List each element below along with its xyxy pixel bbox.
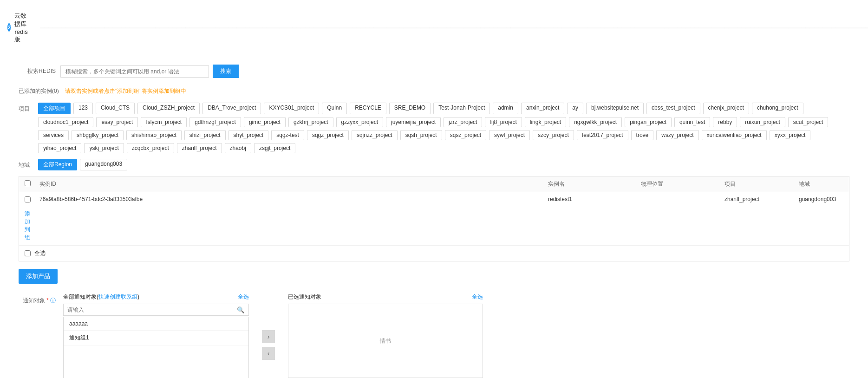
project-tag-47[interactable]: trove xyxy=(631,130,654,140)
page-title: 2 云数据库redis版 ───────────────────────────… xyxy=(7,12,868,44)
search-input[interactable] xyxy=(60,65,209,78)
region-filter-label: 地域 xyxy=(19,159,33,169)
project-tag-40[interactable]: sqgz_project xyxy=(307,130,349,140)
notify-item-0[interactable]: aaaaaa xyxy=(64,317,248,331)
search-row: 搜索REDIS 搜索 xyxy=(19,65,849,78)
project-tag-2[interactable]: Cloud_CTS xyxy=(96,103,135,114)
project-tag-22[interactable]: gzkhrj_project xyxy=(288,117,333,127)
project-tag-55[interactable]: zhaobj xyxy=(225,143,251,153)
region-tag-0[interactable]: 全部Region xyxy=(38,159,77,170)
transfer-left-button[interactable]: ‹ xyxy=(262,347,275,360)
project-tag-28[interactable]: ngxgwlkk_project xyxy=(569,117,622,127)
project-tag-41[interactable]: sqjnzz_project xyxy=(352,130,398,140)
info-icon[interactable]: ⓘ xyxy=(50,297,56,304)
add-product-button[interactable]: 添加产品 xyxy=(19,269,58,284)
row-checkbox-0[interactable] xyxy=(25,196,31,202)
project-tag-38[interactable]: shyt_project xyxy=(228,130,269,140)
project-tag-12[interactable]: ay xyxy=(567,103,583,114)
project-tag-26[interactable]: lij8_project xyxy=(485,117,522,127)
project-tag-50[interactable]: xyxx_project xyxy=(770,130,811,140)
project-tag-14[interactable]: cbss_test_project xyxy=(646,103,700,114)
project-tag-51[interactable]: yihao_project xyxy=(38,143,81,153)
project-tag-42[interactable]: sqsh_project xyxy=(400,130,442,140)
select-all-checkbox[interactable] xyxy=(25,250,31,256)
project-tag-43[interactable]: sqsz_project xyxy=(445,130,486,140)
notify-left-panel: 全部通知对象(快速创建联系组) 全选 🔍 aaaaaa通知组1 xyxy=(63,293,249,378)
region-tag-1[interactable]: guangdong003 xyxy=(80,159,127,170)
project-tag-10[interactable]: admin xyxy=(493,103,518,114)
project-tag-32[interactable]: ruixun_project xyxy=(740,117,785,127)
project-tag-5[interactable]: KXYCS01_project xyxy=(264,103,319,114)
project-tag-9[interactable]: Test-Jonah-Project xyxy=(433,103,490,114)
project-tag-1[interactable]: 123 xyxy=(73,103,93,114)
notify-select-all-left[interactable]: 全选 xyxy=(238,293,249,301)
project-tag-46[interactable]: test2017_project xyxy=(577,130,628,140)
project-tag-16[interactable]: chuhong_project xyxy=(752,103,803,114)
project-tag-35[interactable]: shbgglky_project xyxy=(72,130,124,140)
notify-search-input[interactable] xyxy=(64,304,233,315)
project-tag-7[interactable]: RECYCLE xyxy=(350,103,386,114)
notify-search-icon-btn[interactable]: 🔍 xyxy=(233,305,248,315)
project-tag-13[interactable]: bj.websitepulse.net xyxy=(586,103,644,114)
region-tags: 全部Regionguangdong003 xyxy=(38,159,849,170)
row-project-0: zhanlf_project xyxy=(719,192,793,206)
project-tag-54[interactable]: zhanlf_project xyxy=(177,143,222,153)
project-tag-6[interactable]: Quinn xyxy=(322,103,347,114)
row-name-0: redistest1 xyxy=(542,192,635,206)
project-tag-30[interactable]: quinn_test xyxy=(674,117,710,127)
project-tag-44[interactable]: sywl_project xyxy=(489,130,530,140)
project-tag-11[interactable]: anxin_project xyxy=(521,103,564,114)
project-tag-56[interactable]: zsgjt_project xyxy=(254,143,295,153)
instances-hint: 请双击实例或者点击"添加到组"将实例添加到组中 xyxy=(65,88,186,94)
header-checkbox[interactable] xyxy=(25,180,31,186)
project-tag-31[interactable]: rebby xyxy=(713,117,737,127)
project-tag-19[interactable]: fslycm_project xyxy=(141,117,187,127)
project-tag-3[interactable]: Cloud_ZSZH_project xyxy=(137,103,200,114)
project-tag-45[interactable]: szcy_project xyxy=(533,130,574,140)
table-header: 实例ID 实例名 物理位置 项目 地域 添加到实例组 xyxy=(19,176,849,192)
project-tag-27[interactable]: lingk_project xyxy=(525,117,566,127)
project-tag-36[interactable]: shishimao_project xyxy=(126,130,182,140)
transfer-right-button[interactable]: › xyxy=(262,330,275,343)
project-tag-29[interactable]: pingan_project xyxy=(625,117,672,127)
project-tag-39[interactable]: sqgz-test xyxy=(271,130,304,140)
select-all-label: 全选 xyxy=(34,249,46,257)
project-tag-49[interactable]: xuncaiwenliao_project xyxy=(702,130,767,140)
project-tag-53[interactable]: zcqcbx_project xyxy=(127,143,174,153)
add-to-group-link-0[interactable]: 添加到组 xyxy=(25,210,30,241)
notify-section: 通知对象 * ⓘ 全部通知对象(快速创建联系组) 全选 🔍 aaaaaa通知组1… xyxy=(19,293,849,378)
project-filter: 项目 全部项目123Cloud_CTSCloud_ZSZH_projectDBA… xyxy=(19,103,849,153)
notify-select-all-right[interactable]: 全选 xyxy=(472,293,483,301)
project-tag-24[interactable]: juyemeijia_project xyxy=(386,117,441,127)
quick-create-link[interactable]: 快速创建联系组 xyxy=(98,293,137,300)
table-body: 76a9fa8b-586b-4571-bdc2-3a833503afbe red… xyxy=(19,192,849,246)
page-header: 2 云数据库redis版 ───────────────────────────… xyxy=(0,0,868,55)
project-tag-17[interactable]: cloudnoc1_project xyxy=(38,117,93,127)
project-tag-25[interactable]: jzrz_project xyxy=(444,117,482,127)
project-tag-18[interactable]: esay_project xyxy=(96,117,138,127)
instances-table: 实例ID 实例名 物理位置 项目 地域 添加到实例组 76a9fa8b-586b… xyxy=(19,176,849,261)
instances-label: 已添加的实例(0) xyxy=(19,88,59,94)
project-tag-0[interactable]: 全部项目 xyxy=(38,103,71,114)
project-tag-52[interactable]: yskj_project xyxy=(84,143,124,153)
project-tag-8[interactable]: SRE_DEMO xyxy=(389,103,431,114)
project-tag-21[interactable]: gimc_project xyxy=(244,117,286,127)
notify-item-1[interactable]: 通知组1 xyxy=(64,331,248,345)
project-tag-15[interactable]: chenjx_project xyxy=(703,103,749,114)
project-tag-37[interactable]: shizi_project xyxy=(184,130,226,140)
col-project: 项目 xyxy=(719,176,793,192)
project-tag-23[interactable]: gzzyxx_project xyxy=(336,117,383,127)
search-label: 搜索REDIS xyxy=(19,67,56,75)
search-button[interactable]: 搜索 xyxy=(213,65,239,78)
project-tag-20[interactable]: gdthnzgf_project xyxy=(189,117,241,127)
col-instance-name: 实例名 xyxy=(542,176,635,192)
selected-notify-box: 情书 xyxy=(288,304,483,378)
notify-label: 通知对象 * ⓘ xyxy=(19,293,56,305)
project-tag-4[interactable]: DBA_Trove_project xyxy=(202,103,261,114)
row-checkbox-cell xyxy=(19,192,34,206)
row-location-0 xyxy=(635,192,719,206)
project-tag-48[interactable]: wszy_project xyxy=(656,130,698,140)
selected-empty-text: 情书 xyxy=(380,337,391,345)
project-tag-33[interactable]: scut_project xyxy=(788,117,829,127)
project-tag-34[interactable]: services xyxy=(38,130,69,140)
